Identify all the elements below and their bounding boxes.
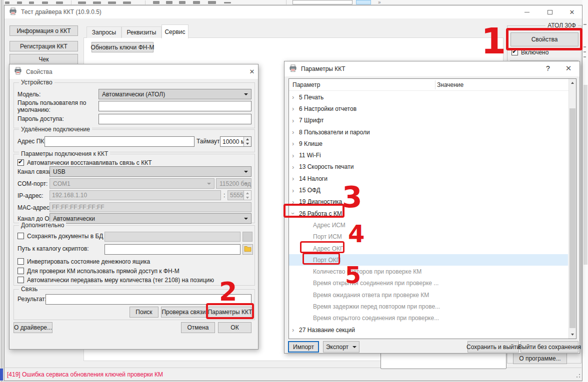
tree-row[interactable]: › 8 Пользователи и пароли (289, 126, 568, 138)
column-divider[interactable] (435, 80, 436, 89)
column-header-param[interactable]: Параметр (292, 81, 320, 88)
tree-row[interactable]: › 13 Скорость печати (289, 161, 568, 173)
column-header-value[interactable]: Значение (437, 81, 464, 88)
scroll-down-icon[interactable] (569, 331, 576, 339)
chevron-icon[interactable]: › (292, 105, 299, 112)
tree-row[interactable]: › 9 Клише (289, 138, 568, 149)
bottom-info-field[interactable] (380, 353, 506, 369)
tab[interactable]: Запросы (86, 26, 122, 38)
tab[interactable]: Сервис (162, 24, 188, 38)
checkbox-box[interactable] (18, 233, 24, 239)
check-connection-button[interactable]: Проверка связи (161, 307, 206, 318)
checkbox-box[interactable] (18, 268, 24, 274)
save-and-exit-button[interactable]: Сохранить и выйти (468, 341, 519, 353)
invert-drawer-checkbox[interactable]: Инвертировать состояние денежного ящика (18, 258, 150, 265)
about-driver-button[interactable]: О драйвере... (14, 322, 52, 333)
result-input[interactable] (46, 294, 252, 305)
close-icon[interactable]: ✕ (562, 5, 582, 18)
exit-without-save-button[interactable]: Выйти без сохранения (520, 341, 578, 353)
style-combobox[interactable] (292, 0, 352, 4)
chevron-icon[interactable]: › (292, 187, 299, 194)
auto-reconnect-checkbox[interactable]: Автоматически восстанавливать связь с КК… (18, 159, 152, 166)
properties-button[interactable]: Свойства (510, 32, 578, 46)
scripts-path-input[interactable] (104, 244, 240, 255)
checkbox-box[interactable] (512, 49, 518, 55)
kkt-action-button[interactable]: Информация о ККТ (10, 25, 78, 36)
quantity-measure-checkbox[interactable]: Автоматически передавать меру количества… (18, 277, 214, 284)
tree-row[interactable]: › 5 Печать (289, 91, 568, 103)
scroll-up-icon[interactable] (569, 79, 576, 87)
export-button[interactable]: Экспорт (323, 341, 360, 353)
chart-icon[interactable] (179, 1, 186, 4)
resize-grip[interactable] (574, 371, 580, 378)
chevron-icon[interactable]: › (292, 117, 299, 124)
toolbar-icon (42, 1, 48, 4)
tree-row[interactable]: › 14 Налоги (289, 173, 568, 184)
tree-row[interactable]: › Время задержки перед повтором при пров… (289, 301, 568, 312)
cancel-button[interactable]: Отмена (181, 322, 215, 333)
vertical-scrollbar[interactable] (568, 79, 576, 339)
tab[interactable]: Реквизиты (122, 26, 162, 38)
close-icon[interactable]: ✕ (560, 61, 576, 75)
save-docs-checkbox[interactable]: Сохранять документы в БД (18, 233, 103, 240)
close-icon[interactable]: ✕ (246, 64, 258, 78)
pc-address-input[interactable] (44, 136, 194, 147)
checkbox-box[interactable] (18, 277, 24, 283)
chevron-icon[interactable]: › (292, 94, 299, 100)
user-password-input[interactable] (98, 101, 252, 111)
tree-row[interactable]: › Адрес ИСМ (289, 219, 568, 231)
toolbar-overflow-icon[interactable]: » (378, 0, 381, 5)
ofd-channel-combobox[interactable]: Автоматически (50, 213, 252, 224)
tree-row[interactable]: › 27 Название секций (289, 324, 568, 336)
chevron-icon[interactable]: › (292, 175, 299, 182)
chevron-icon[interactable]: › (292, 164, 299, 170)
chevron-icon[interactable]: › (292, 140, 299, 147)
access-password-input[interactable] (98, 114, 252, 124)
kkt-params-button[interactable]: Параметры ККТ (208, 307, 252, 318)
tree-row[interactable]: › Время ожидания ответа при проверке КМ (289, 289, 568, 301)
search-button[interactable]: Поиск (130, 307, 158, 318)
maximize-button[interactable] (538, 5, 562, 18)
km-direct-access-checkbox[interactable]: Для проверки КМ использовать прямой дост… (18, 268, 180, 275)
link-icon[interactable] (153, 1, 160, 4)
tree-row[interactable]: › 11 Wi-Fi (289, 149, 568, 161)
help-icon[interactable]: ? (540, 61, 556, 75)
tree-row[interactable]: › Время открытого соединения при проверк… (289, 313, 568, 324)
tree-row[interactable]: › Количество повторов при проверке КМ (289, 266, 568, 277)
minimize-button[interactable] (516, 5, 538, 18)
chevron-icon[interactable]: › (292, 129, 299, 135)
highlighted-tool-icon[interactable] (356, 0, 371, 4)
tree-row[interactable]: › 7 Шрифт (289, 115, 568, 126)
scrollbar-thumb[interactable] (570, 108, 576, 328)
tree-row[interactable]: › 19 Диагностика (289, 196, 568, 208)
tree-row[interactable]: › Адрес ОКП (289, 243, 568, 254)
about-program-button[interactable]: О программе... (513, 353, 567, 364)
tree-row[interactable]: › Порт ОКП (289, 254, 568, 266)
checkbox-box[interactable] (18, 159, 24, 166)
globe-icon[interactable] (193, 1, 200, 4)
tree-row[interactable]: › Порт ИСМ (289, 231, 568, 243)
checkbox-box[interactable] (18, 258, 24, 265)
chevron-icon[interactable]: › (292, 210, 299, 217)
tree-row[interactable]: › 26 Работа с КМ (289, 208, 568, 219)
import-button[interactable]: Импорт (288, 341, 319, 353)
chevron-icon[interactable]: › (292, 152, 299, 159)
chevron-icon[interactable]: › (292, 199, 299, 205)
kkt-action-button[interactable]: Чек (10, 54, 78, 64)
browse-folder-button[interactable] (242, 244, 253, 255)
device-enabled-checkbox[interactable]: Включено (512, 49, 548, 56)
channel-combobox[interactable]: USB (50, 166, 252, 177)
image-icon[interactable] (166, 1, 172, 4)
tree-row[interactable]: › 6 Настройки отчетов (289, 103, 568, 114)
kkt-action-button[interactable]: Регистрация ККТ (10, 41, 78, 51)
ok-button[interactable]: ОК (218, 322, 252, 333)
line-icon[interactable] (224, 2, 231, 3)
update-fnm-keys-button[interactable]: Обновить ключи ФН-М (92, 42, 154, 52)
model-combobox[interactable]: Автоматически (АТОЛ) (98, 89, 252, 99)
tree-row[interactable]: › Время открытия соединения при проверке… (289, 278, 568, 289)
spinner-arrows-icon[interactable] (244, 137, 251, 146)
tree-row[interactable]: › 15 ОФД (289, 184, 568, 196)
chevron-icon[interactable]: › (292, 327, 299, 333)
timeout-spinner[interactable]: 10000 мс. (220, 136, 252, 147)
table-icon[interactable] (208, 1, 216, 4)
